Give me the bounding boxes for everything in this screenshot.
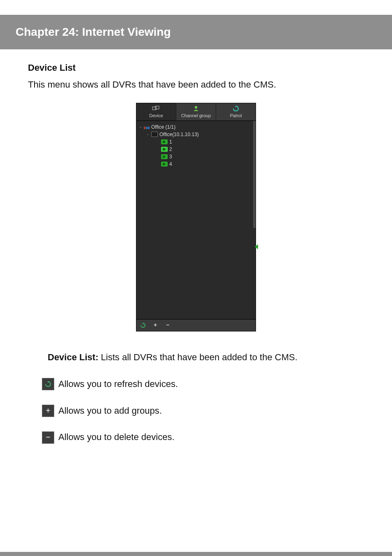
devices-icon — [136, 106, 176, 112]
tree-channel-row[interactable]: 1 — [138, 138, 254, 146]
device-list-text: Lists all DVRs that have been added to t… — [99, 352, 297, 362]
tabbar: Device Channel group Patrol — [136, 103, 256, 121]
page: Chapter 24: Internet Viewing Device List… — [0, 15, 392, 556]
tree-device-row[interactable]: - Office(10.1.10.13) — [138, 131, 254, 138]
delete-description-text: Allows you to delete devices. — [58, 431, 175, 444]
tab-channel-group[interactable]: Channel group — [176, 103, 216, 120]
plus-icon: + — [42, 405, 54, 417]
device-list-description: Device List: Lists all DVRs that have be… — [48, 351, 364, 364]
tab-device[interactable]: Device — [136, 103, 176, 120]
patrol-icon — [216, 106, 256, 112]
svg-rect-0 — [152, 107, 156, 110]
panel-footer: + − — [136, 319, 256, 331]
tree-channel-label: 1 — [169, 139, 172, 146]
add-description-text: Allows you to add groups. — [58, 405, 162, 417]
screenshot-wrap: Device Channel group Patrol — [28, 103, 364, 331]
chapter-title: Chapter 24: Internet Viewing — [16, 25, 171, 38]
monitor-icon — [151, 132, 158, 137]
page-footer: 103 — [0, 552, 392, 556]
delete-button[interactable]: − — [164, 322, 171, 329]
delete-description-row: − Allows you to delete devices. — [42, 431, 364, 444]
tab-device-label: Device — [149, 113, 163, 118]
svg-point-2 — [195, 106, 197, 109]
add-description-row: + Allows you to add groups. — [42, 405, 364, 417]
device-list-bold: Device List: — [48, 352, 99, 362]
tree-channel-label: 3 — [169, 153, 172, 160]
expand-toggle-icon[interactable]: - — [146, 131, 150, 137]
chapter-banner: Chapter 24: Internet Viewing — [0, 15, 392, 49]
add-button[interactable]: + — [152, 322, 159, 329]
camera-icon — [161, 162, 168, 167]
minus-icon: − — [42, 431, 54, 444]
camera-icon — [161, 139, 168, 144]
refresh-icon — [42, 378, 54, 390]
tree-device-label: Office(10.1.10.13) — [159, 131, 199, 138]
refresh-description-text: Allows you to refresh devices. — [58, 378, 178, 391]
expand-toggle-icon[interactable]: - — [139, 124, 142, 130]
channel-group-icon — [176, 106, 216, 112]
tab-patrol[interactable]: Patrol — [216, 103, 256, 120]
description-block: Device List: Lists all DVRs that have be… — [48, 351, 364, 444]
collapse-arrow-icon[interactable] — [255, 244, 258, 249]
tab-channel-group-label: Channel group — [181, 113, 211, 118]
content-area: Device List This menu shows all DVRs tha… — [0, 49, 392, 444]
tab-patrol-label: Patrol — [230, 113, 242, 118]
tree-channel-label: 4 — [169, 161, 172, 168]
refresh-description-row: Allows you to refresh devices. — [42, 378, 364, 391]
svg-rect-1 — [155, 106, 159, 109]
section-intro: This menu shows all DVRs that have been … — [28, 79, 364, 91]
tree-group-row[interactable]: - Office (1/1) — [138, 123, 254, 131]
group-icon — [144, 125, 150, 129]
camera-icon — [161, 154, 168, 159]
tree-group-label: Office (1/1) — [151, 124, 175, 131]
tree-channel-row[interactable]: 4 — [138, 160, 254, 168]
device-panel: Device Channel group Patrol — [136, 103, 256, 331]
section-heading-device-list: Device List — [28, 62, 364, 74]
tree-channel-row[interactable]: 2 — [138, 146, 254, 153]
device-tree: - Office (1/1) - Office(10.1.10.13) 1 — [136, 121, 256, 319]
tree-channel-label: 2 — [169, 146, 172, 153]
scrollbar[interactable] — [253, 121, 256, 228]
tree-channel-row[interactable]: 3 — [138, 153, 254, 160]
camera-icon — [161, 147, 168, 152]
refresh-button[interactable] — [140, 322, 146, 329]
